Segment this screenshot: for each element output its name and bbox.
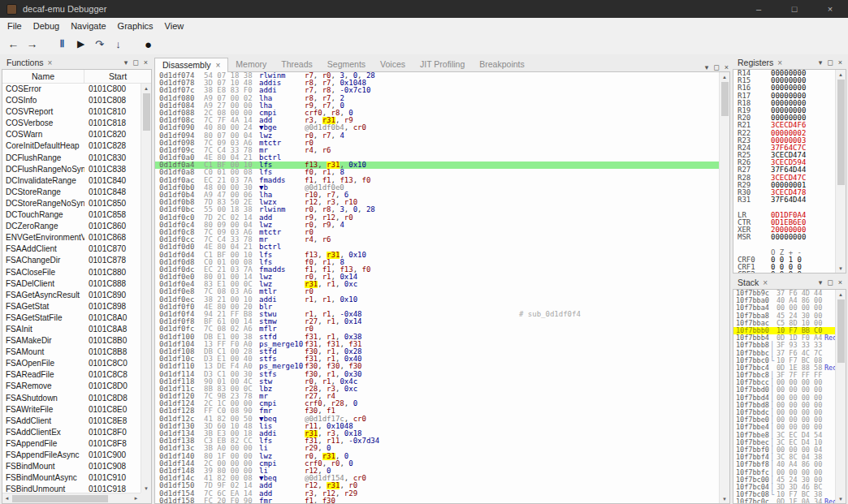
scroll-down-icon[interactable]: ▼	[837, 264, 846, 273]
menu-view[interactable]: View	[159, 19, 190, 32]
function-row[interactable]: DCStoreRangeNoSync0101C850	[2, 198, 141, 209]
tab-close-icon[interactable]: ×	[216, 61, 221, 70]
scroll-up-icon[interactable]: ▲	[837, 290, 846, 299]
function-row[interactable]: DCFlushRange0101C830	[2, 153, 141, 164]
function-row[interactable]: DCTouchRange0101C858	[2, 209, 141, 221]
menu-graphics[interactable]: Graphics	[112, 19, 159, 32]
scroll-right-icon[interactable]: ►	[132, 494, 141, 503]
panel-float-icon[interactable]: ◻	[713, 63, 719, 71]
stack-tab-close-icon[interactable]: ×	[763, 278, 768, 287]
menu-debug[interactable]: Debug	[28, 19, 65, 32]
menu-navigate[interactable]: Navigate	[65, 19, 111, 32]
function-row[interactable]: FSAOpenFile0101C8C0	[2, 358, 141, 369]
scroll-up-icon[interactable]: ▲	[720, 72, 729, 81]
register-row[interactable]: MSR00000000	[733, 234, 835, 241]
functions-hscroll-thumb[interactable]	[12, 495, 108, 502]
scroll-down-icon[interactable]: ▼	[837, 494, 846, 503]
function-row[interactable]: FSAMakeDir0101C8B0	[2, 335, 141, 347]
stack-scroll-thumb[interactable]	[837, 299, 845, 363]
disasm-line[interactable]: 0d1df158FC 20 F0 90fmrf1, f30	[155, 498, 719, 503]
scroll-down-icon[interactable]: ▼	[720, 494, 729, 503]
panel-menu-icon[interactable]: ▾	[124, 58, 128, 67]
function-row[interactable]: COSVerbose0101C818	[2, 118, 141, 129]
functions-horizontal-scrollbar[interactable]: ◄ ►	[2, 493, 141, 503]
minimize-button[interactable]: –	[741, 0, 777, 18]
function-row[interactable]: FSAWriteFile0101C8E0	[2, 404, 141, 416]
panel-menu-icon[interactable]: ▾	[819, 278, 823, 286]
function-row[interactable]: FSAddClient0101C8E8	[2, 416, 141, 427]
panel-menu-icon[interactable]: ▾	[705, 63, 709, 71]
disassembly-vertical-scrollbar[interactable]: ▲ ▼	[719, 72, 729, 503]
function-row[interactable]: FSAChangeDir0101C878	[2, 255, 141, 266]
function-row[interactable]: FSAShutdown0101C8D8	[2, 393, 141, 404]
function-row[interactable]: COSError0101C800	[2, 84, 141, 95]
tab-segments[interactable]: Segments	[320, 58, 373, 71]
function-row[interactable]: ENVGetEnvironmentVariable0101C868	[2, 232, 141, 243]
tab-jit-profiling[interactable]: JIT Profiling	[413, 58, 472, 71]
panel-float-icon[interactable]: ◻	[827, 58, 833, 67]
panel-close-icon[interactable]: ×	[725, 63, 729, 71]
function-row[interactable]: DCInvalidateRange0101C840	[2, 175, 141, 187]
function-row[interactable]: DCZeroRange0101C860	[2, 221, 141, 232]
scroll-up-icon[interactable]: ▲	[837, 70, 846, 79]
panel-close-icon[interactable]: ×	[838, 58, 842, 67]
function-row[interactable]: FSAMount0101C8B8	[2, 347, 141, 358]
maximize-button[interactable]: □	[777, 0, 812, 18]
function-row[interactable]: FSBindMountAsync0101C910	[2, 472, 141, 484]
function-row[interactable]: FSAddClientEx0101C8F0	[2, 427, 141, 438]
disassembly-scroll-thumb[interactable]	[721, 82, 729, 116]
step-over-button[interactable]: ↷	[90, 35, 109, 53]
function-row[interactable]: FSARemove0101C8D0	[2, 381, 141, 392]
pause-button[interactable]: Ⅱ	[53, 35, 71, 53]
function-row[interactable]: COSVReport0101C810	[2, 106, 141, 118]
panel-menu-icon[interactable]: ▾	[819, 58, 823, 67]
register-row[interactable]: CRF20 0 0 0	[733, 271, 835, 273]
tab-threads[interactable]: Threads	[274, 58, 320, 71]
function-row[interactable]: COSWarn0101C820	[2, 129, 141, 140]
function-row[interactable]: FSAGetStat0101C898	[2, 301, 141, 312]
functions-tab-close-icon[interactable]: ×	[48, 58, 53, 67]
function-row[interactable]: FSACloseFile0101C880	[2, 267, 141, 278]
registers-scroll-thumb[interactable]	[837, 80, 845, 185]
panel-close-icon[interactable]: ×	[838, 278, 842, 286]
panel-float-icon[interactable]: ◻	[827, 278, 833, 286]
nav-back-button[interactable]: ←	[4, 35, 23, 53]
close-button[interactable]: ×	[812, 0, 848, 18]
function-row[interactable]: FSAppendFileAsync0101C900	[2, 450, 141, 461]
scroll-up-icon[interactable]: ▲	[142, 84, 151, 93]
functions-scroll-thumb[interactable]	[143, 93, 150, 131]
function-row[interactable]: CoreInitDefaultHeap0101C828	[2, 140, 141, 152]
tab-voices[interactable]: Voices	[373, 58, 413, 71]
functions-vertical-scrollbar[interactable]: ▲ ▼	[141, 84, 151, 493]
step-into-button[interactable]: ↓	[109, 35, 128, 53]
registers-tab-close-icon[interactable]: ×	[777, 58, 782, 67]
scroll-down-icon[interactable]: ▼	[142, 484, 151, 493]
function-row[interactable]: FSADelClient0101C888	[2, 278, 141, 290]
function-row[interactable]: FSAReadFile0101C8C8	[2, 369, 141, 381]
menu-file[interactable]: File	[2, 19, 28, 32]
function-row[interactable]: FSBindMount0101C908	[2, 461, 141, 472]
panel-float-icon[interactable]: ◻	[132, 58, 138, 67]
function-row[interactable]: FSBindUnmount0101C918	[2, 484, 141, 493]
function-row[interactable]: COSInfo0101C808	[2, 95, 141, 106]
column-header-start[interactable]: Start	[84, 70, 151, 83]
tab-breakpoints[interactable]: Breakpoints	[472, 58, 531, 71]
run-button[interactable]: ▶	[71, 35, 90, 53]
function-row[interactable]: FSAAddClient0101C870	[2, 243, 141, 255]
stack-vertical-scrollbar[interactable]: ▲ ▼	[835, 290, 846, 503]
scroll-left-icon[interactable]: ◄	[2, 494, 11, 503]
function-row[interactable]: FSAInit0101C8A8	[2, 324, 141, 335]
function-row[interactable]: DCStoreRange0101C848	[2, 187, 141, 198]
column-header-name[interactable]: Name	[2, 70, 84, 83]
function-row[interactable]: FSAGetAsyncResult0101C890	[2, 290, 141, 301]
function-row[interactable]: FSAGetStatFile0101C8A0	[2, 312, 141, 324]
stack-row[interactable]: 10f7bc0c 0D 1E 0A 34RedCarpet::<unknown>…	[733, 498, 835, 503]
register-row[interactable]: R3137F64D44	[733, 196, 835, 204]
function-row[interactable]: DCFlushRangeNoSync0101C838	[2, 164, 141, 175]
tab-memory[interactable]: Memory	[228, 58, 274, 71]
record-button[interactable]: ●	[139, 35, 158, 53]
panel-close-icon[interactable]: ×	[144, 58, 148, 67]
nav-forward-button[interactable]: →	[23, 35, 41, 53]
function-row[interactable]: FSAppendFile0101C8F8	[2, 438, 141, 450]
registers-vertical-scrollbar[interactable]: ▲ ▼	[835, 70, 846, 273]
